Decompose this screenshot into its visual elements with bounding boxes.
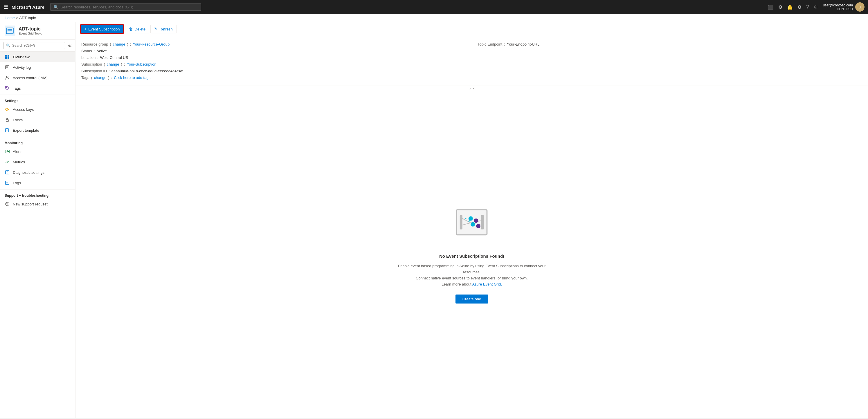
diagnostic-icon xyxy=(5,170,10,175)
logs-icon xyxy=(5,180,10,185)
sidebar-item-diagnostic[interactable]: Diagnostic settings xyxy=(0,167,75,178)
sidebar-collapse-btn[interactable]: ≪ xyxy=(67,43,72,48)
help-icon[interactable]: ? xyxy=(806,4,809,9)
sidebar-item-access-keys[interactable]: Access keys xyxy=(0,104,75,115)
refresh-label: Refresh xyxy=(159,27,173,31)
page-layout: ADT-topic Event Grid Topic 🔍 ≪ Overview xyxy=(0,22,868,418)
subscription-id-value: aaaa0a0a-bb1b-cc2c-dd3d-eeeeee4e4e4e xyxy=(112,69,183,73)
sidebar-item-label-tags: Tags xyxy=(13,86,21,91)
subscription-label: Subscription xyxy=(81,62,102,66)
user-email: user@contoso.com xyxy=(823,3,853,7)
topic-endpoint-value: Your-Endpoint-URL xyxy=(507,42,539,46)
svg-point-41 xyxy=(471,222,475,227)
status-value: Active xyxy=(96,49,106,53)
tags-label: Tags xyxy=(81,75,89,80)
settings-icon[interactable]: ⚙ xyxy=(798,4,802,10)
breadcrumb-separator: > xyxy=(16,16,18,20)
activity-log-icon xyxy=(5,65,10,70)
svg-rect-21 xyxy=(6,151,6,152)
sidebar-item-support-request[interactable]: New support request xyxy=(0,199,75,209)
sidebar-item-label-activity-log: Activity log xyxy=(13,65,31,70)
sidebar-nav: Overview Activity log Access control (IA… xyxy=(0,52,75,418)
subscription-id-label: Subscription ID xyxy=(81,69,107,73)
delete-label: Delete xyxy=(135,27,146,31)
alerts-icon xyxy=(5,149,10,154)
sidebar-resource-info: ADT-topic Event Grid Topic xyxy=(19,26,42,35)
sidebar-search-icon: 🔍 xyxy=(6,43,10,47)
svg-rect-33 xyxy=(460,215,462,229)
sidebar-item-tags[interactable]: Tags xyxy=(0,83,75,93)
empty-state: No Event Subscriptions Found! Enable eve… xyxy=(75,94,868,418)
sidebar-item-label-locks: Locks xyxy=(13,118,23,122)
svg-rect-8 xyxy=(5,66,9,69)
tags-row: Tags (change) : Click here to add tags xyxy=(81,74,466,81)
topic-endpoint-row: Topic Endpoint : Your-Endpoint-URL xyxy=(477,41,862,47)
notifications-icon[interactable]: 🔔 xyxy=(787,4,793,10)
nav-icons: ⬛ ⚙ 🔔 ⚙ ? ☺ user@contoso.com CONTOSO U xyxy=(768,2,865,11)
sidebar-item-alerts[interactable]: Alerts xyxy=(0,146,75,157)
sidebar-item-locks[interactable]: Locks xyxy=(0,115,75,125)
tags-change-link[interactable]: change xyxy=(94,75,106,80)
sidebar-item-label-access-keys: Access keys xyxy=(13,107,34,112)
sidebar-item-activity-log[interactable]: Activity log xyxy=(0,62,75,72)
toolbar: + Event Subscription 🗑 Delete ↻ Refresh xyxy=(75,22,868,36)
global-search[interactable]: 🔍 xyxy=(50,3,201,11)
delete-button[interactable]: 🗑 Delete xyxy=(125,25,150,33)
properties-section: Resource group (change) : Your-Resource-… xyxy=(75,36,868,86)
svg-rect-34 xyxy=(481,215,484,229)
sidebar-item-label-support: New support request xyxy=(13,202,48,206)
collapse-properties-btn[interactable]: ⌃⌃ xyxy=(75,86,868,94)
empty-title: No Event Subscriptions Found! xyxy=(439,254,504,259)
resource-group-change-link[interactable]: change xyxy=(113,42,125,46)
user-tenant: CONTOSO xyxy=(823,7,853,11)
sidebar-search-box[interactable]: 🔍 xyxy=(3,42,65,49)
svg-point-26 xyxy=(7,173,7,173)
feedback-icon[interactable]: ☺ xyxy=(813,4,818,9)
empty-icon xyxy=(448,208,495,249)
create-one-button[interactable]: Create one xyxy=(456,294,488,303)
status-row: Status : Active xyxy=(81,47,466,54)
sidebar-resource-subtitle: Event Grid Topic xyxy=(19,32,42,35)
sidebar-resource-title: ADT-topic xyxy=(19,26,42,32)
brand-logo: Microsoft Azure xyxy=(11,5,44,9)
sidebar-item-overview[interactable]: Overview xyxy=(0,52,75,62)
cloud-shell-icon[interactable]: ⬛ xyxy=(768,4,774,10)
empty-desc: Enable event based programming in Azure … xyxy=(396,263,547,287)
hamburger-menu[interactable]: ☰ xyxy=(3,4,8,10)
properties-grid: Resource group (change) : Your-Resource-… xyxy=(81,41,862,81)
sidebar-item-iam[interactable]: Access control (IAM) xyxy=(0,72,75,83)
svg-rect-22 xyxy=(7,150,7,152)
user-profile[interactable]: user@contoso.com CONTOSO U xyxy=(823,2,865,11)
monitoring-section-label: Monitoring xyxy=(0,137,75,146)
subscription-value[interactable]: Your-Subscription xyxy=(127,62,156,66)
sidebar-item-export-template[interactable]: Export template xyxy=(0,125,75,135)
sidebar-item-logs[interactable]: Logs xyxy=(0,178,75,188)
breadcrumb-home[interactable]: Home xyxy=(5,16,15,20)
refresh-button[interactable]: ↻ Refresh xyxy=(150,25,177,33)
sidebar: ADT-topic Event Grid Topic 🔍 ≪ Overview xyxy=(0,22,75,418)
svg-point-42 xyxy=(476,224,480,228)
sidebar-item-metrics[interactable]: Metrics xyxy=(0,157,75,167)
svg-rect-6 xyxy=(5,57,7,59)
support-request-icon xyxy=(5,201,10,206)
event-subscription-button[interactable]: + Event Subscription xyxy=(80,24,124,34)
resource-group-value[interactable]: Your-Resource-Group xyxy=(133,42,169,46)
svg-point-12 xyxy=(6,87,7,88)
avatar[interactable]: U xyxy=(855,2,865,11)
sidebar-search-input[interactable] xyxy=(12,43,62,47)
search-icon: 🔍 xyxy=(54,5,58,9)
search-input[interactable] xyxy=(61,5,198,9)
portal-settings-icon[interactable]: ⚙ xyxy=(778,4,782,10)
svg-point-40 xyxy=(474,219,478,223)
svg-rect-23 xyxy=(8,151,9,152)
tags-icon xyxy=(5,86,10,91)
azure-event-grid-link[interactable]: Azure Event Grid. xyxy=(472,282,502,286)
svg-rect-17 xyxy=(5,129,8,132)
sidebar-header: ADT-topic Event Grid Topic xyxy=(0,22,75,40)
collapse-chevron-icon: ⌃⌃ xyxy=(469,88,475,92)
iam-icon xyxy=(5,75,10,80)
svg-rect-5 xyxy=(7,55,9,57)
tags-add-link[interactable]: Click here to add tags xyxy=(114,75,150,80)
subscription-change-link[interactable]: change xyxy=(107,62,119,66)
left-props: Resource group (change) : Your-Resource-… xyxy=(81,41,466,81)
